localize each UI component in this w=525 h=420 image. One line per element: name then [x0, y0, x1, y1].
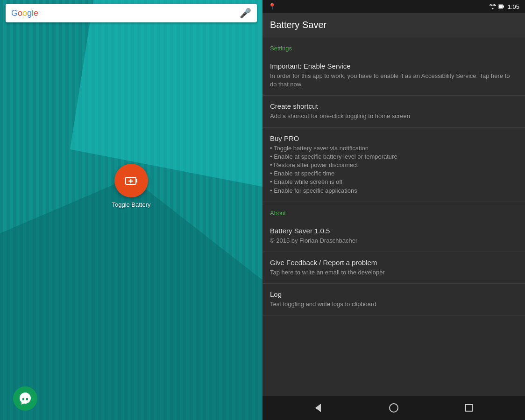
recents-button[interactable]	[460, 399, 478, 417]
toggle-battery-shortcut[interactable]: Toggle Battery	[112, 164, 150, 208]
svg-marker-33	[315, 404, 321, 412]
battery-saver-panel: 📍 1:05 Battery Saver Settings Important:…	[262, 0, 525, 420]
home-button[interactable]	[384, 399, 403, 417]
version-item: Battery Saver 1.0.5 © 2015 by Florian Dr…	[262, 220, 525, 252]
feedback-desc: Tap here to write an email to the develo…	[270, 268, 518, 277]
svg-rect-31	[503, 6, 504, 7]
log-desc: Test toggling and write logs to clipboar…	[270, 300, 518, 308]
battery-plus-icon	[124, 173, 139, 188]
settings-content: Settings Important: Enable Service In or…	[262, 37, 525, 396]
status-time: 1:05	[508, 3, 519, 10]
home-screen: Google 🎤 Toggle Battery	[0, 0, 262, 420]
status-right: 1:05	[489, 3, 519, 10]
create-shortcut-title: Create shortcut	[270, 102, 518, 110]
buy-pro-item[interactable]: Buy PRO • Toggle battery saver via notif…	[262, 128, 525, 202]
search-bar[interactable]: Google 🎤	[6, 4, 257, 22]
feedback-title: Give Feedback / Report a problem	[270, 259, 518, 266]
version-desc: © 2015 by Florian Draschbacher	[270, 237, 518, 245]
pin-icon: 📍	[268, 3, 276, 10]
enable-service-title: Important: Enable Service	[270, 62, 518, 70]
buy-pro-desc: • Toggle battery saver via notification …	[270, 144, 518, 195]
wifi-icon	[489, 4, 497, 9]
app-hangouts[interactable]	[13, 386, 37, 411]
microphone-icon[interactable]: 🎤	[240, 7, 251, 19]
app-title: Battery Saver	[270, 20, 326, 30]
app-title-bar: Battery Saver	[262, 13, 525, 37]
log-item[interactable]: Log Test toggling and write logs to clip…	[262, 284, 525, 315]
create-shortcut-item[interactable]: Create shortcut Add a shortcut for one-c…	[262, 96, 525, 127]
enable-service-item[interactable]: Important: Enable Service In order for t…	[262, 56, 525, 96]
nav-bar	[262, 396, 525, 420]
svg-rect-7	[136, 179, 137, 182]
version-title: Battery Saver 1.0.5	[270, 227, 518, 235]
google-logo: Google	[11, 8, 240, 18]
battery-icon	[498, 4, 504, 9]
buy-pro-title: Buy PRO	[270, 134, 518, 142]
settings-section-header: Settings	[262, 37, 525, 56]
about-section-header: About	[262, 202, 525, 220]
create-shortcut-desc: Add a shortcut for one-click toggling to…	[270, 112, 518, 120]
svg-rect-35	[466, 405, 472, 411]
svg-rect-32	[499, 5, 503, 8]
shortcut-circle	[114, 164, 148, 197]
svg-point-34	[390, 404, 398, 412]
shortcut-label: Toggle Battery	[112, 201, 150, 208]
enable-service-desc: In order for this app to work, you have …	[270, 72, 518, 89]
status-left: 📍	[268, 3, 276, 10]
log-title: Log	[270, 290, 518, 298]
home-content: Toggle Battery	[0, 26, 262, 373]
feedback-item[interactable]: Give Feedback / Report a problem Tap her…	[262, 252, 525, 284]
status-bar: 📍 1:05	[262, 0, 525, 13]
back-button[interactable]	[309, 399, 328, 417]
